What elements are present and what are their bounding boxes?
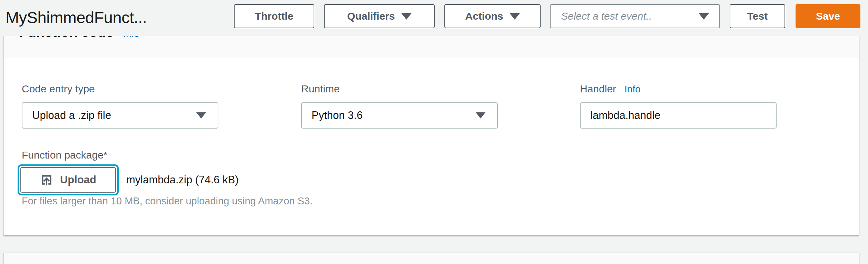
function-code-info-link[interactable]: Info: [123, 36, 139, 39]
code-entry-type-label: Code entry type: [22, 83, 95, 95]
chevron-down-icon: [196, 112, 206, 119]
runtime-select[interactable]: Python 3.6: [301, 102, 498, 129]
save-button[interactable]: Save: [796, 4, 860, 28]
actions-dropdown-button[interactable]: Actions: [444, 4, 541, 28]
code-entry-type-select[interactable]: Upload a .zip file: [22, 102, 218, 129]
test-event-select[interactable]: Select a test event..: [550, 4, 720, 28]
runtime-value: Python 3.6: [312, 109, 363, 122]
code-entry-type-value: Upload a .zip file: [32, 109, 111, 122]
chevron-down-icon: [699, 13, 709, 20]
throttle-button-label: Throttle: [255, 10, 294, 22]
upload-helper-text: For files larger than 10 MB, consider up…: [22, 195, 313, 207]
function-action-bar: MyShimmedFunct... Throttle Qualifiers Ac…: [0, 0, 868, 34]
function-name-title: MyShimmedFunct...: [6, 4, 147, 30]
handler-label: Handler Info: [580, 83, 641, 95]
upload-button-label: Upload: [60, 174, 96, 186]
actions-button-label: Actions: [465, 10, 503, 22]
upload-icon: [40, 173, 53, 186]
function-code-card: Function code Info Code entry type Runti…: [3, 36, 859, 235]
test-button[interactable]: Test: [730, 4, 785, 28]
throttle-button[interactable]: Throttle: [234, 4, 314, 28]
chevron-down-icon: [510, 13, 520, 20]
section-heading: Function code: [19, 36, 114, 40]
test-event-placeholder: Select a test event..: [561, 10, 652, 22]
next-section-card: [3, 253, 859, 264]
upload-button[interactable]: Upload: [20, 167, 116, 193]
handler-input[interactable]: [580, 102, 777, 129]
qualifiers-dropdown-button[interactable]: Qualifiers: [324, 4, 435, 28]
chevron-down-icon: [476, 112, 485, 119]
test-button-label: Test: [747, 10, 768, 22]
chevron-down-icon: [401, 13, 412, 20]
uploaded-file-name: mylambda.zip (74.6 kB): [126, 164, 239, 195]
handler-label-text: Handler: [580, 83, 616, 95]
function-code-card-header: Function code Info: [4, 36, 859, 58]
runtime-label: Runtime: [301, 83, 340, 95]
function-package-label: Function package*: [22, 149, 108, 161]
upload-button-focus-ring: Upload: [18, 164, 119, 195]
save-button-label: Save: [816, 10, 840, 22]
qualifiers-button-label: Qualifiers: [347, 10, 395, 22]
handler-info-link[interactable]: Info: [624, 84, 641, 95]
